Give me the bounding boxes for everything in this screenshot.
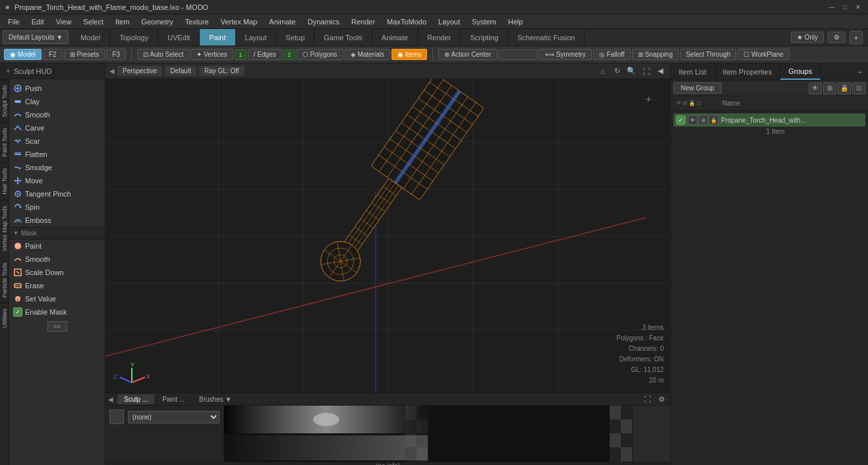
right-tb-btn-1[interactable]: 👁 xyxy=(809,82,822,94)
mask-tool-scale-down[interactable]: Scale Down xyxy=(9,266,105,279)
falloff-button[interactable]: ◎ Falloff xyxy=(593,49,631,60)
bottom-expand-btn[interactable]: ⛶ xyxy=(641,393,653,405)
item-vis-btn-lock[interactable]: 🔒 xyxy=(709,115,718,125)
menu-maxtomodo[interactable]: MaxToModo xyxy=(382,16,432,27)
tab-layout[interactable]: Layout xyxy=(236,29,277,46)
menu-render[interactable]: Render xyxy=(346,16,380,27)
workplane-button[interactable]: ☐ WorkPlane xyxy=(738,49,790,60)
add-tab-button[interactable]: + xyxy=(850,31,863,44)
maximize-button[interactable]: □ xyxy=(840,3,850,12)
tab-scripting[interactable]: Scripting xyxy=(461,29,508,46)
polygons-button[interactable]: ⬡ Polygons xyxy=(297,49,343,60)
item-vis-btn-grid[interactable]: ⊞ xyxy=(699,115,708,125)
tool-tangent-pinch[interactable]: Tangent Pinch xyxy=(9,187,105,201)
viewport-settings-btn[interactable]: ◀ xyxy=(654,65,666,77)
tool-clay[interactable]: Clay xyxy=(9,95,105,108)
viewport-rotate-btn[interactable]: ↻ xyxy=(611,65,623,77)
item-checkbox[interactable]: ✓ xyxy=(676,115,685,125)
model-mode-button[interactable]: ◉ Model xyxy=(4,49,42,60)
snapping-button[interactable]: ⊞ Snapping xyxy=(632,49,679,60)
menu-system[interactable]: System xyxy=(467,16,502,27)
menu-animate[interactable]: Animate xyxy=(264,16,301,27)
tool-smudge[interactable]: Smudge xyxy=(9,161,105,174)
f2-button[interactable]: F2 xyxy=(43,49,63,60)
menu-layout[interactable]: Layout xyxy=(433,16,465,27)
tab-render[interactable]: Render xyxy=(418,29,461,46)
mask-tool-smooth[interactable]: Smooth xyxy=(9,253,105,266)
menu-file[interactable]: File xyxy=(3,16,25,27)
tool-carve[interactable]: Carve xyxy=(9,121,105,135)
right-tab-item-list[interactable]: Item List xyxy=(671,63,715,80)
f3-button[interactable]: F3 xyxy=(106,49,126,60)
right-tab-groups[interactable]: Groups xyxy=(780,63,821,80)
tab-uvedit[interactable]: UVEdit xyxy=(158,29,200,46)
menu-edit[interactable]: Edit xyxy=(26,16,49,27)
right-tb-btn-3[interactable]: 🔒 xyxy=(838,82,851,94)
symmetry-button[interactable]: ⟺ Symmetry xyxy=(539,49,592,60)
sculpt-tools-tab[interactable]: Sculpt Tools xyxy=(0,79,9,122)
tool-scar[interactable]: Scar xyxy=(9,135,105,148)
brush-color-swatch[interactable] xyxy=(109,410,124,424)
vertex-map-tools-tab[interactable]: Vertex Map Tools xyxy=(0,200,9,257)
viewport-expand-btn[interactable]: ⛶ xyxy=(640,65,652,77)
tab-paint[interactable]: Paint xyxy=(200,29,235,46)
new-group-button[interactable]: New Group xyxy=(674,82,722,94)
tool-move[interactable]: Move xyxy=(9,174,105,187)
minimize-button[interactable]: — xyxy=(827,3,836,12)
tab-animate[interactable]: Animate xyxy=(372,29,418,46)
right-tab-plus[interactable]: + xyxy=(852,63,868,80)
perspective-label[interactable]: Perspective xyxy=(117,66,162,76)
bottom-settings-btn[interactable]: ⚙ xyxy=(656,393,668,405)
mask-tool-set-value[interactable]: V Set Value xyxy=(9,292,105,305)
right-tb-btn-4[interactable]: ⊡ xyxy=(852,82,865,94)
viewport-home-btn[interactable]: ⌂ xyxy=(596,65,608,77)
brush-name-dropdown[interactable]: (none) xyxy=(128,411,219,423)
materials-button[interactable]: ◈ Materials xyxy=(345,49,390,60)
tab-model[interactable]: Model xyxy=(71,29,110,46)
paint-tools-tab[interactable]: Paint Tools xyxy=(0,122,9,162)
right-tab-item-properties[interactable]: Item Properties xyxy=(715,63,781,80)
settings-button[interactable]: ⚙ xyxy=(828,32,846,43)
menu-dynamics[interactable]: Dynamics xyxy=(303,16,345,27)
star-only-button[interactable]: ★ Only xyxy=(791,32,824,43)
menu-select[interactable]: Select xyxy=(78,16,109,27)
items-button[interactable]: ◉ Items xyxy=(391,49,427,60)
tool-flatten[interactable]: Flatten xyxy=(9,148,105,161)
utilities-tab[interactable]: Utilities xyxy=(0,303,9,333)
auto-select-button[interactable]: ⊡ Auto Select xyxy=(137,49,189,60)
tool-spin[interactable]: Spin xyxy=(9,201,105,214)
menu-view[interactable]: View xyxy=(51,16,77,27)
particle-tools-tab[interactable]: Particle Tools xyxy=(0,257,9,303)
tab-game-tools[interactable]: Game Tools xyxy=(314,29,372,46)
menu-vertex-map[interactable]: Vertex Map xyxy=(216,16,263,27)
tool-push[interactable]: Push xyxy=(9,82,105,95)
viewport-search-btn[interactable]: 🔍 xyxy=(625,65,637,77)
item-vis-btn-eye[interactable]: 👁 xyxy=(688,115,697,125)
enable-mask-toggle[interactable]: ✓ Enable Mask xyxy=(9,305,105,319)
close-button[interactable]: ✕ xyxy=(854,3,863,12)
viewport-3d[interactable]: X Y Z + 3 Items Polygons : Face Channels… xyxy=(105,79,670,392)
presets-button[interactable]: ⊞ Presets xyxy=(64,49,105,60)
hair-tools-tab[interactable]: Hair Tools xyxy=(0,162,9,200)
select-through-button[interactable]: Select Through xyxy=(680,49,737,60)
mask-tool-paint[interactable]: Paint xyxy=(9,239,105,253)
tab-schematic-fusion[interactable]: Schematic Fusion xyxy=(508,29,585,46)
paint-tab[interactable]: Paint ... xyxy=(156,394,191,404)
tool-emboss[interactable]: Emboss xyxy=(9,214,105,227)
menu-item[interactable]: Item xyxy=(110,16,134,27)
sculp-tab[interactable]: Sculp ... xyxy=(117,394,154,404)
menu-help[interactable]: Help xyxy=(503,16,529,27)
item-row-propane-torch[interactable]: ✓ 👁 ⊞ 🔒 Propane_Torch_Head_with... xyxy=(674,113,865,127)
tool-smooth[interactable]: Smooth xyxy=(9,108,105,121)
right-tb-btn-2[interactable]: ⊞ xyxy=(823,82,836,94)
action-center-button[interactable]: ⊕ Action Center xyxy=(438,49,497,60)
tab-setup[interactable]: Setup xyxy=(277,29,315,46)
menu-texture[interactable]: Texture xyxy=(180,16,214,27)
edges-button[interactable]: / Edges xyxy=(248,49,282,60)
mask-tool-erase[interactable]: Erase xyxy=(9,279,105,292)
vertices-button[interactable]: ✦ Vertices xyxy=(190,49,233,60)
more-button[interactable]: >> xyxy=(47,321,67,332)
default-layouts-dropdown[interactable]: Default Layouts ▼ xyxy=(3,30,69,44)
ray-gl-label[interactable]: Ray GL: Off xyxy=(199,66,245,76)
brushes-tab[interactable]: Brushes ▼ xyxy=(192,394,238,404)
